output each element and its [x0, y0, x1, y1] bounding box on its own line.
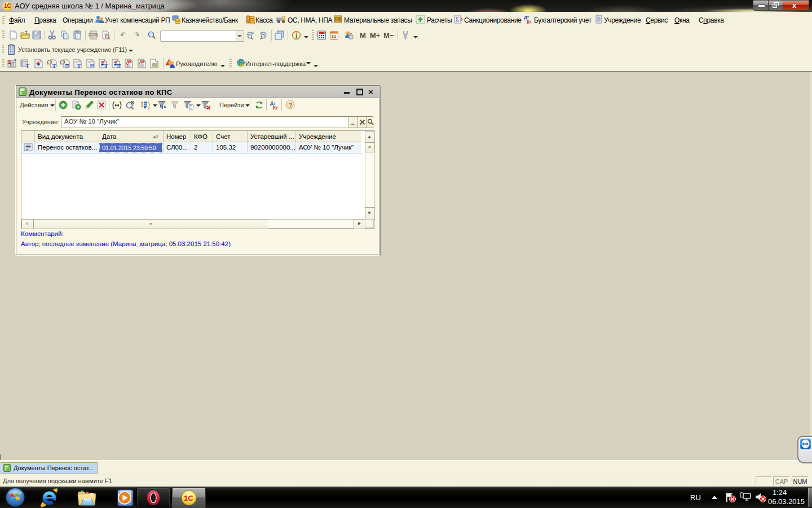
- svg-text:N: N: [131, 100, 134, 106]
- svg-text:T: T: [52, 63, 56, 68]
- svg-text:!: !: [168, 60, 170, 65]
- svg-text:1С: 1С: [184, 494, 193, 502]
- svg-text:Σ: Σ: [8, 60, 11, 65]
- svg-text:?: ?: [289, 102, 293, 108]
- svg-text:T: T: [104, 63, 108, 68]
- svg-text:Σ: Σ: [456, 16, 460, 23]
- svg-text:Кт: Кт: [527, 19, 531, 25]
- svg-text:Кт: Кт: [273, 105, 277, 110]
- svg-text:Σ: Σ: [127, 63, 130, 68]
- svg-text:ДК: ДК: [139, 60, 145, 64]
- svg-text:T: T: [77, 63, 81, 68]
- svg-text:T: T: [26, 63, 29, 68]
- svg-text:31: 31: [332, 34, 337, 39]
